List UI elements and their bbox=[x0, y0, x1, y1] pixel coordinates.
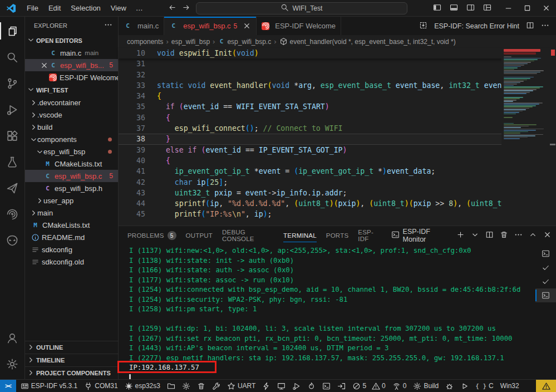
back-button[interactable] bbox=[168, 3, 176, 13]
maximize-button[interactable] bbox=[518, 0, 537, 16]
forward-button[interactable] bbox=[182, 3, 190, 13]
status-full-clean[interactable] bbox=[194, 380, 209, 392]
customize-layout[interactable] bbox=[483, 3, 491, 13]
status-sdk-configuration[interactable] bbox=[179, 380, 194, 392]
minimap[interactable] bbox=[501, 48, 548, 226]
maximize-panel-icon[interactable] bbox=[529, 231, 537, 241]
status-device-target[interactable]: esp32s3 bbox=[121, 380, 164, 392]
tree-item-readme-md[interactable]: README.md bbox=[25, 231, 118, 243]
code-line-38[interactable]: 38 } bbox=[119, 134, 556, 144]
tree-item-esp-wifi-bsp[interactable]: esp_wifi_bsp bbox=[25, 145, 118, 158]
tree-item--vscode[interactable]: .vscode bbox=[25, 109, 118, 121]
open-editors-header[interactable]: OPEN EDITORS bbox=[25, 34, 118, 47]
activity-extensions[interactable] bbox=[0, 122, 24, 149]
tree-item-cmakelists-txt[interactable]: MCMakeLists.txt bbox=[25, 219, 118, 231]
search-input[interactable]: WIFI_Test bbox=[196, 2, 407, 14]
code-line-35[interactable]: 35 if (event_id == WIFI_EVENT_STA_START) bbox=[119, 101, 556, 112]
close-tab-icon[interactable] bbox=[243, 22, 251, 30]
terminal-output[interactable]: I (1137) wifi:new:<1,0>, old:<1,0>, ap:<… bbox=[119, 245, 535, 379]
close-editor-icon[interactable] bbox=[40, 61, 49, 70]
sticky-scroll-line[interactable]: 10void espwifi_Init(void) bbox=[119, 48, 556, 58]
status-debug-device[interactable] bbox=[289, 380, 304, 392]
more-actions-icon[interactable] bbox=[541, 21, 549, 31]
status-run[interactable] bbox=[457, 380, 472, 392]
toggle-panel[interactable] bbox=[450, 3, 458, 13]
panel-more-icon[interactable] bbox=[514, 231, 523, 241]
activity-paper-plane[interactable] bbox=[0, 175, 24, 201]
activity-testing[interactable] bbox=[0, 149, 24, 175]
status-warning-notification[interactable] bbox=[536, 380, 556, 392]
tree-item-cmakelists-txt[interactable]: MCMakeLists.txt bbox=[25, 158, 118, 170]
breadcrumb-item[interactable]: Cesp_wifi_bsp.c bbox=[218, 38, 271, 46]
status-remote[interactable]: >< bbox=[0, 380, 16, 392]
open-editor-item[interactable]: Cmain.cmain bbox=[25, 47, 118, 59]
menu-edit[interactable]: Edit bbox=[43, 0, 66, 16]
terminal-tab-check[interactable] bbox=[535, 275, 556, 288]
panel-tab-ports[interactable]: PORTS bbox=[326, 226, 348, 245]
tree-item-sdkconfig[interactable]: sdkconfig bbox=[25, 243, 118, 256]
activity-source-control[interactable] bbox=[0, 70, 24, 96]
status-language-mode[interactable]: { }C bbox=[472, 380, 497, 392]
section-timeline[interactable]: TIMELINE bbox=[25, 354, 118, 366]
code-line-41[interactable]: 41 ip_event_got_ip_t *event = (ip_event_… bbox=[119, 166, 556, 177]
activity-accounts[interactable] bbox=[0, 325, 24, 351]
project-root-header[interactable]: WIFI_TEST bbox=[25, 84, 118, 96]
terminal-dropdown-icon[interactable] bbox=[471, 231, 479, 241]
terminal-tab-check[interactable] bbox=[535, 261, 556, 275]
code-line-31[interactable]: 31 bbox=[119, 58, 556, 69]
code-line-36[interactable]: 36 { bbox=[119, 112, 556, 123]
code-line-45[interactable]: 45 printf("IP:%s\n", ip); bbox=[119, 209, 556, 219]
code-line-39[interactable]: 39 else if (event_id == IP_EVENT_STA_GOT… bbox=[119, 145, 556, 155]
code-editor[interactable]: components›esp_wifi_bsp›Cesp_wifi_bsp.c›… bbox=[119, 35, 556, 226]
split-editor-icon[interactable] bbox=[526, 21, 534, 31]
close-button[interactable] bbox=[537, 0, 556, 16]
section-outline[interactable]: OUTLINE bbox=[25, 341, 118, 354]
tree-item--devcontainer[interactable]: .devcontainer bbox=[25, 96, 118, 109]
panel-tab-esp-idf[interactable]: ESP-IDF bbox=[358, 226, 381, 245]
menu-selection[interactable]: Selection bbox=[66, 0, 105, 16]
code-line-32[interactable]: 32 bbox=[119, 70, 556, 80]
menu-view[interactable]: View bbox=[106, 0, 131, 16]
toggle-secondary-sidebar[interactable] bbox=[466, 3, 475, 13]
breadcrumb-item[interactable]: components bbox=[127, 38, 163, 46]
activity-search[interactable] bbox=[0, 44, 24, 70]
status-custom-task[interactable] bbox=[334, 380, 349, 392]
code-line-10[interactable]: 10void espwifi_Init(void) bbox=[119, 48, 556, 58]
activity-run-and-debug[interactable] bbox=[0, 96, 24, 122]
status-ports[interactable]: 0 bbox=[389, 380, 410, 392]
split-terminal-icon[interactable] bbox=[485, 231, 494, 241]
tree-item-esp-wifi-bsp-h[interactable]: Cesp_wifi_bsp.h bbox=[25, 182, 118, 194]
code-line-44[interactable]: 44 sprintf(ip, "%d.%d.%d.%d", (uint8_t)(… bbox=[119, 198, 556, 209]
panel-tab-debug-console[interactable]: DEBUG CONSOLE bbox=[222, 226, 274, 245]
kill-terminal-icon[interactable] bbox=[500, 231, 508, 241]
status-platform[interactable]: Win32 bbox=[497, 380, 523, 392]
minimize-button[interactable] bbox=[499, 0, 518, 16]
section-project-components[interactable]: PROJECT COMPONENTS bbox=[25, 366, 118, 379]
menu-overflow[interactable]: … bbox=[131, 4, 148, 12]
status-build-task[interactable]: Build bbox=[410, 380, 442, 392]
new-terminal-icon[interactable] bbox=[456, 231, 465, 241]
tree-item-main[interactable]: main bbox=[25, 207, 118, 219]
panel-tab-problems[interactable]: PROBLEMS5 bbox=[127, 226, 176, 245]
panel-tab-output[interactable]: OUTPUT bbox=[186, 226, 213, 245]
editor-tab-esp-wifi-bsp-c[interactable]: Cesp_wifi_bsp.c5 bbox=[164, 17, 257, 35]
open-editor-item[interactable]: Cesp_wifi_bs...5 bbox=[25, 59, 118, 71]
status-idf-tools[interactable] bbox=[209, 380, 224, 392]
explorer-actions-icon[interactable] bbox=[104, 21, 112, 30]
breadcrumb-item[interactable]: esp_wifi_bsp bbox=[171, 38, 210, 46]
status-flash[interactable] bbox=[259, 380, 274, 392]
terminal-tab-terminal[interactable] bbox=[535, 247, 556, 261]
activity-esp-idf-explorer[interactable] bbox=[0, 201, 24, 227]
status-flash-mode[interactable]: UART bbox=[224, 380, 259, 392]
code-line-42[interactable]: 42 char ip[25]; bbox=[119, 177, 556, 188]
status-idf-terminal[interactable] bbox=[319, 380, 334, 392]
overview-ruler[interactable] bbox=[548, 48, 556, 226]
menu-file[interactable]: File bbox=[22, 0, 43, 16]
code-line-40[interactable]: 40 { bbox=[119, 155, 556, 166]
code-line-33[interactable]: 33static void event_handler(void *arg, e… bbox=[119, 80, 556, 91]
status-monitor-device[interactable] bbox=[274, 380, 289, 392]
tree-item-components[interactable]: components bbox=[25, 133, 118, 145]
editor-tab-main-c[interactable]: Cmain.c bbox=[119, 17, 164, 35]
code-line-37[interactable]: 37 esp_wifi_connect(); // Connect to WIF… bbox=[119, 123, 556, 134]
status-build-flash-monitor[interactable] bbox=[304, 380, 319, 392]
